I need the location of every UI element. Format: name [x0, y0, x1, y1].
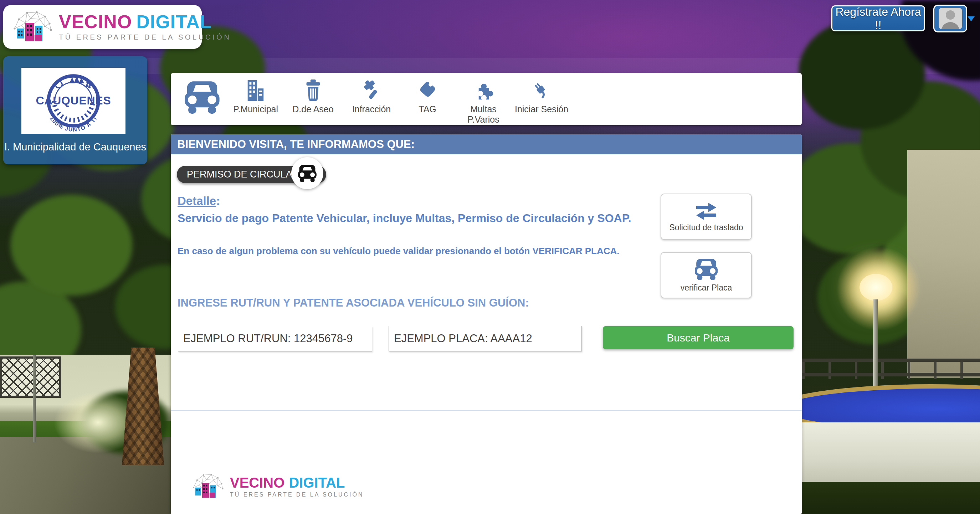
note-text: En caso de algun problema con su vehícul… [178, 246, 620, 257]
plate-input[interactable] [388, 326, 582, 352]
nav-item-tag[interactable]: TAG [416, 80, 439, 115]
background-grass-right [802, 482, 980, 514]
nav-label: TAG [418, 104, 436, 115]
buscar-placa-button[interactable]: Buscar Placa [603, 326, 794, 349]
nav-label: Iniciar Sesión [515, 104, 568, 115]
nav-label: Infracción [352, 104, 391, 115]
nav-item-iniciar-sesion[interactable]: Iniciar Sesión [515, 80, 568, 115]
background-pole [33, 355, 36, 442]
seal-title: CAUQUENES [36, 94, 111, 107]
divider [171, 410, 802, 411]
tag-icon [416, 80, 439, 102]
welcome-banner: BIENVENIDO VISITA, TE INFORMAMOS QUE: [171, 134, 802, 154]
rut-input[interactable] [178, 326, 372, 352]
car-icon [694, 258, 719, 280]
brand-tagline: TÚ ERES PARTE DE LA SOLUCIÓN [59, 33, 231, 41]
footer-logo: VECINODIGITAL TÚ ERES PARTE DE LA SOLUCI… [191, 471, 364, 502]
solicitud-traslado-button[interactable]: Solicitud de traslado [660, 194, 752, 240]
municipality-seal: CAUQUENES 100% JUNTO A TI [21, 68, 126, 134]
side-button-label: Solicitud de traslado [669, 223, 743, 232]
municipality-card: CAUQUENES 100% JUNTO A TI I. Municipalid… [3, 56, 147, 164]
nav-label: D.de Aseo [292, 104, 333, 115]
chevron-down-icon [967, 16, 975, 21]
service-pill-circle [291, 157, 323, 189]
detail-link[interactable]: Detalle: [178, 194, 220, 208]
puzzle-icon [473, 80, 495, 102]
avatar-frame [933, 5, 967, 32]
street-lamp-orb [859, 274, 892, 301]
brand-primary: VECINO [59, 11, 132, 32]
header-logo[interactable]: VECINODIGITAL TÚ ERES PARTE DE LA SOLUCI… [3, 5, 202, 49]
nav-item-multas-p-varios[interactable]: MultasP.Varios [467, 80, 499, 125]
building-icon [245, 80, 267, 102]
nav-item-p-municipal[interactable]: P.Municipal [233, 80, 278, 115]
nav-label: MultasP.Varios [467, 104, 499, 125]
gavel-icon [360, 80, 382, 102]
verificar-placa-button[interactable]: verificar Placa [660, 252, 752, 298]
page: VECINODIGITAL TÚ ERES PARTE DE LA SOLUCI… [0, 0, 980, 514]
detail-text: Servicio de pago Patente Vehicular, incl… [178, 212, 632, 225]
brand-name: VECINODIGITAL [230, 476, 364, 490]
brand-text: VECINODIGITAL TÚ ERES PARTE DE LA SOLUCI… [59, 13, 231, 41]
user-menu[interactable] [933, 5, 975, 32]
brand-text: VECINODIGITAL TÚ ERES PARTE DE LA SOLUCI… [230, 476, 364, 498]
avatar [939, 8, 962, 29]
transfer-icon [693, 201, 719, 220]
nav-item-permiso-circulacion[interactable] [184, 80, 221, 114]
nav-item-infraccion[interactable]: Infracción [352, 80, 391, 115]
trash-icon [302, 80, 324, 102]
brand-name: VECINODIGITAL [59, 13, 231, 31]
vecino-digital-logo-icon [11, 8, 54, 46]
avatar-head [946, 10, 955, 20]
avatar-body [941, 22, 960, 29]
side-button-label: verificar Placa [681, 283, 732, 293]
car-icon [184, 80, 221, 114]
municipality-name: I. Municipalidad de Cauquenes [3, 141, 147, 153]
brand-secondary: DIGITAL [136, 11, 212, 32]
cauquenes-seal-icon: CAUQUENES 100% JUNTO A TI [24, 69, 123, 133]
nav-label: P.Municipal [233, 104, 278, 115]
main-panel: BIENVENIDO VISITA, TE INFORMAMOS QUE: PE… [171, 134, 802, 514]
plug-icon [530, 80, 552, 102]
pool-wall [802, 422, 980, 490]
nav-item-d-de-aseo[interactable]: D.de Aseo [292, 80, 333, 115]
register-button[interactable]: Regístrate Ahora !! [831, 5, 925, 31]
vecino-digital-logo-icon [191, 471, 225, 502]
brand-tagline: TÚ ERES PARTE DE LA SOLUCIÓN [230, 492, 364, 498]
form-heading: INGRESE RUT/RUN Y PATENTE ASOCIADA VEHÍC… [178, 296, 529, 309]
car-icon [297, 164, 318, 182]
background-railing [802, 359, 980, 379]
service-nav: P.Municipal D.de Aseo Infra [171, 73, 802, 125]
